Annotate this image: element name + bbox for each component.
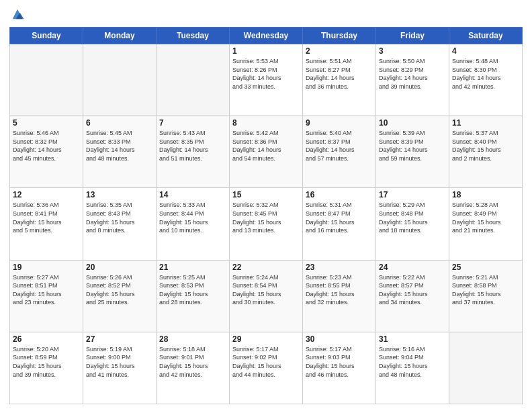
day-number: 27 <box>86 334 153 344</box>
day-cell: 7Sunrise: 5:43 AM Sunset: 8:35 PM Daylig… <box>157 116 230 188</box>
calendar-table: SundayMondayTuesdayWednesdayThursdayFrid… <box>9 27 523 404</box>
day-info: Sunrise: 5:23 AM Sunset: 8:55 PM Dayligh… <box>306 273 373 307</box>
day-info: Sunrise: 5:39 AM Sunset: 8:39 PM Dayligh… <box>379 129 446 163</box>
day-info: Sunrise: 5:31 AM Sunset: 8:47 PM Dayligh… <box>306 201 373 234</box>
day-info: Sunrise: 5:21 AM Sunset: 8:58 PM Dayligh… <box>452 273 519 307</box>
day-number: 2 <box>306 46 373 56</box>
day-number: 19 <box>13 263 80 272</box>
day-number: 4 <box>452 46 519 56</box>
day-number: 26 <box>13 334 80 344</box>
week-row-5: 26Sunrise: 5:20 AM Sunset: 8:59 PM Dayli… <box>10 332 523 404</box>
weekday-header-tuesday: Tuesday <box>157 28 230 44</box>
day-info: Sunrise: 5:48 AM Sunset: 8:30 PM Dayligh… <box>452 57 519 91</box>
weekday-header-thursday: Thursday <box>303 28 376 44</box>
day-number: 22 <box>232 263 300 272</box>
day-cell <box>157 44 230 116</box>
day-cell: 27Sunrise: 5:19 AM Sunset: 9:00 PM Dayli… <box>83 332 157 404</box>
day-cell: 4Sunrise: 5:48 AM Sunset: 8:30 PM Daylig… <box>449 44 523 116</box>
day-cell <box>449 332 523 404</box>
day-info: Sunrise: 5:32 AM Sunset: 8:45 PM Dayligh… <box>232 201 300 234</box>
day-info: Sunrise: 5:17 AM Sunset: 9:03 PM Dayligh… <box>306 345 373 379</box>
day-cell: 2Sunrise: 5:51 AM Sunset: 8:27 PM Daylig… <box>303 44 376 116</box>
day-cell: 8Sunrise: 5:42 AM Sunset: 8:36 PM Daylig… <box>230 116 303 188</box>
weekday-header-wednesday: Wednesday <box>230 28 303 44</box>
day-cell: 29Sunrise: 5:17 AM Sunset: 9:02 PM Dayli… <box>230 332 303 404</box>
weekday-header-friday: Friday <box>376 28 449 44</box>
weekday-header-sunday: Sunday <box>10 28 83 44</box>
day-cell: 16Sunrise: 5:31 AM Sunset: 8:47 PM Dayli… <box>303 188 376 260</box>
day-number: 17 <box>379 190 446 199</box>
day-info: Sunrise: 5:17 AM Sunset: 9:02 PM Dayligh… <box>232 345 300 379</box>
day-number: 18 <box>452 190 519 199</box>
day-cell: 13Sunrise: 5:35 AM Sunset: 8:43 PM Dayli… <box>83 188 157 260</box>
week-row-3: 12Sunrise: 5:36 AM Sunset: 8:41 PM Dayli… <box>10 188 523 260</box>
day-number: 31 <box>379 334 446 344</box>
day-number: 1 <box>232 46 300 56</box>
day-cell: 25Sunrise: 5:21 AM Sunset: 8:58 PM Dayli… <box>449 260 523 332</box>
day-number: 6 <box>86 118 153 128</box>
day-cell: 30Sunrise: 5:17 AM Sunset: 9:03 PM Dayli… <box>303 332 376 404</box>
day-cell: 10Sunrise: 5:39 AM Sunset: 8:39 PM Dayli… <box>376 116 449 188</box>
week-row-4: 19Sunrise: 5:27 AM Sunset: 8:51 PM Dayli… <box>10 260 523 332</box>
day-cell: 22Sunrise: 5:24 AM Sunset: 8:54 PM Dayli… <box>230 260 303 332</box>
day-info: Sunrise: 5:50 AM Sunset: 8:29 PM Dayligh… <box>379 57 446 91</box>
day-info: Sunrise: 5:19 AM Sunset: 9:00 PM Dayligh… <box>86 345 153 379</box>
weekday-header-row: SundayMondayTuesdayWednesdayThursdayFrid… <box>10 28 523 44</box>
day-cell: 24Sunrise: 5:22 AM Sunset: 8:57 PM Dayli… <box>376 260 449 332</box>
day-cell: 20Sunrise: 5:26 AM Sunset: 8:52 PM Dayli… <box>83 260 157 332</box>
day-info: Sunrise: 5:33 AM Sunset: 8:44 PM Dayligh… <box>159 201 226 234</box>
logo <box>9 7 26 21</box>
day-cell: 12Sunrise: 5:36 AM Sunset: 8:41 PM Dayli… <box>10 188 83 260</box>
week-row-2: 5Sunrise: 5:46 AM Sunset: 8:32 PM Daylig… <box>10 116 523 188</box>
page: SundayMondayTuesdayWednesdayThursdayFrid… <box>0 0 532 411</box>
header <box>9 7 523 21</box>
day-cell: 5Sunrise: 5:46 AM Sunset: 8:32 PM Daylig… <box>10 116 83 188</box>
day-number: 20 <box>86 263 153 272</box>
day-cell: 28Sunrise: 5:18 AM Sunset: 9:01 PM Dayli… <box>157 332 230 404</box>
day-number: 10 <box>379 118 446 128</box>
day-info: Sunrise: 5:43 AM Sunset: 8:35 PM Dayligh… <box>159 129 226 163</box>
day-number: 13 <box>86 190 153 199</box>
day-cell: 15Sunrise: 5:32 AM Sunset: 8:45 PM Dayli… <box>230 188 303 260</box>
day-cell: 26Sunrise: 5:20 AM Sunset: 8:59 PM Dayli… <box>10 332 83 404</box>
day-info: Sunrise: 5:36 AM Sunset: 8:41 PM Dayligh… <box>13 201 80 234</box>
day-number: 7 <box>159 118 226 128</box>
day-cell <box>10 44 83 116</box>
day-number: 30 <box>306 334 373 344</box>
day-cell: 9Sunrise: 5:40 AM Sunset: 8:37 PM Daylig… <box>303 116 376 188</box>
day-info: Sunrise: 5:53 AM Sunset: 8:26 PM Dayligh… <box>232 57 300 91</box>
day-number: 29 <box>232 334 300 344</box>
day-cell: 23Sunrise: 5:23 AM Sunset: 8:55 PM Dayli… <box>303 260 376 332</box>
day-number: 28 <box>159 334 226 344</box>
day-cell: 19Sunrise: 5:27 AM Sunset: 8:51 PM Dayli… <box>10 260 83 332</box>
day-number: 14 <box>159 190 226 199</box>
day-info: Sunrise: 5:24 AM Sunset: 8:54 PM Dayligh… <box>232 273 300 307</box>
day-number: 5 <box>13 118 80 128</box>
day-cell: 6Sunrise: 5:45 AM Sunset: 8:33 PM Daylig… <box>83 116 157 188</box>
day-info: Sunrise: 5:29 AM Sunset: 8:48 PM Dayligh… <box>379 201 446 234</box>
day-info: Sunrise: 5:51 AM Sunset: 8:27 PM Dayligh… <box>306 57 373 91</box>
day-number: 15 <box>232 190 300 199</box>
day-info: Sunrise: 5:26 AM Sunset: 8:52 PM Dayligh… <box>86 273 153 307</box>
day-cell: 1Sunrise: 5:53 AM Sunset: 8:26 PM Daylig… <box>230 44 303 116</box>
day-number: 8 <box>232 118 300 128</box>
weekday-header-monday: Monday <box>83 28 157 44</box>
day-info: Sunrise: 5:35 AM Sunset: 8:43 PM Dayligh… <box>86 201 153 234</box>
day-info: Sunrise: 5:18 AM Sunset: 9:01 PM Dayligh… <box>159 345 226 379</box>
day-number: 12 <box>13 190 80 199</box>
day-cell: 11Sunrise: 5:37 AM Sunset: 8:40 PM Dayli… <box>449 116 523 188</box>
day-cell: 18Sunrise: 5:28 AM Sunset: 8:49 PM Dayli… <box>449 188 523 260</box>
day-number: 16 <box>306 190 373 199</box>
day-number: 23 <box>306 263 373 272</box>
day-cell: 21Sunrise: 5:25 AM Sunset: 8:53 PM Dayli… <box>157 260 230 332</box>
logo-icon <box>10 7 25 21</box>
weekday-header-saturday: Saturday <box>449 28 523 44</box>
day-number: 21 <box>159 263 226 272</box>
day-info: Sunrise: 5:42 AM Sunset: 8:36 PM Dayligh… <box>232 129 300 163</box>
day-info: Sunrise: 5:28 AM Sunset: 8:49 PM Dayligh… <box>452 201 519 234</box>
day-number: 24 <box>379 263 446 272</box>
day-cell: 17Sunrise: 5:29 AM Sunset: 8:48 PM Dayli… <box>376 188 449 260</box>
logo-text <box>9 7 25 21</box>
day-info: Sunrise: 5:37 AM Sunset: 8:40 PM Dayligh… <box>452 129 519 163</box>
day-number: 3 <box>379 46 446 56</box>
